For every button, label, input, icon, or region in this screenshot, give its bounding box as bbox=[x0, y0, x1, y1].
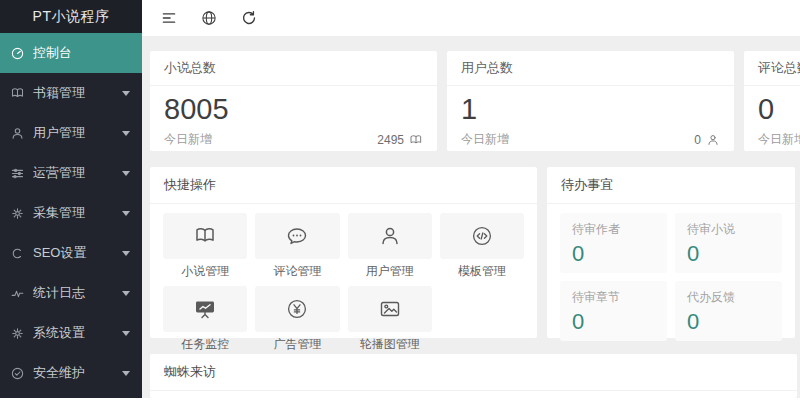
sidebar: PT小说程序 控制台 书籍管理 用户管理 运营管理 采集管理 SE bbox=[0, 0, 142, 398]
quick-actions-panel: 快捷操作 小说管理 评论管理 用户管理 bbox=[150, 167, 537, 338]
yen-circle-icon bbox=[285, 297, 309, 321]
chevron-down-icon bbox=[122, 251, 130, 256]
collapse-menu-icon[interactable] bbox=[160, 9, 178, 27]
quick-action-task-monitor[interactable]: 任务监控 bbox=[163, 286, 247, 351]
stat-footer-label: 今日新增 bbox=[758, 131, 800, 148]
sidebar-item-stats-log[interactable]: 统计日志 bbox=[0, 273, 142, 313]
sidebar-item-label: 控制台 bbox=[33, 44, 130, 62]
quick-action-label: 模板管理 bbox=[440, 264, 524, 278]
sidebar-item-label: 书籍管理 bbox=[33, 84, 118, 102]
book-icon bbox=[10, 86, 25, 101]
sidebar-item-seo[interactable]: SEO设置 bbox=[0, 233, 142, 273]
sidebar-item-label: 运营管理 bbox=[33, 164, 118, 182]
sidebar-item-dashboard[interactable]: 控制台 bbox=[0, 33, 142, 73]
stat-card-title: 评论总数 bbox=[744, 51, 800, 86]
stat-value: 0 bbox=[758, 91, 800, 127]
user-icon bbox=[10, 126, 25, 141]
todo-label: 待审章节 bbox=[572, 289, 655, 306]
todo-value: 0 bbox=[572, 309, 655, 335]
sidebar-item-system[interactable]: 系统设置 bbox=[0, 313, 142, 353]
todo-value: 0 bbox=[687, 309, 770, 335]
sidebar-item-label: 采集管理 bbox=[33, 204, 118, 222]
pulse-chart-icon bbox=[10, 286, 25, 301]
quick-action-label: 任务监控 bbox=[163, 337, 247, 351]
sidebar-item-label: 用户管理 bbox=[33, 124, 118, 142]
stat-footer-label: 今日新增 bbox=[461, 131, 509, 148]
gear-icon bbox=[10, 206, 25, 221]
chevron-down-icon bbox=[122, 91, 130, 96]
main-area: 小说总数 8005 今日新增 2495 用户总数 bbox=[142, 0, 800, 398]
sidebar-item-collection[interactable]: 采集管理 bbox=[0, 193, 142, 233]
c-circle-icon bbox=[10, 246, 25, 261]
code-circle-icon bbox=[470, 224, 494, 248]
sidebar-item-label: 系统设置 bbox=[33, 324, 118, 342]
stat-card-title: 小说总数 bbox=[150, 51, 437, 86]
monitor-icon bbox=[193, 297, 217, 321]
quick-action-label: 评论管理 bbox=[255, 264, 339, 278]
chevron-down-icon bbox=[122, 371, 130, 376]
quick-action-ads[interactable]: 广告管理 bbox=[255, 286, 339, 351]
sidebar-item-users[interactable]: 用户管理 bbox=[0, 113, 142, 153]
quick-action-label: 轮播图管理 bbox=[348, 337, 432, 351]
stat-value: 1 bbox=[461, 91, 720, 127]
book-icon bbox=[409, 133, 423, 147]
todo-tile-pending-feedback[interactable]: 代办反馈 0 bbox=[675, 281, 782, 341]
quick-action-carousel[interactable]: 轮播图管理 bbox=[348, 286, 432, 351]
quick-action-label: 广告管理 bbox=[255, 337, 339, 351]
user-icon bbox=[706, 133, 720, 147]
sidebar-item-operations[interactable]: 运营管理 bbox=[0, 153, 142, 193]
refresh-icon[interactable] bbox=[240, 9, 258, 27]
todo-value: 0 bbox=[572, 241, 655, 267]
stat-cards-row: 小说总数 8005 今日新增 2495 用户总数 bbox=[150, 51, 795, 151]
stat-footer-label: 今日新增 bbox=[164, 131, 212, 148]
quick-actions-title: 快捷操作 bbox=[150, 167, 537, 204]
sidebar-item-label: 统计日志 bbox=[33, 284, 118, 302]
sidebar-item-security[interactable]: 安全维护 bbox=[0, 353, 142, 393]
todo-tile-pending-chapters[interactable]: 待审章节 0 bbox=[560, 281, 667, 341]
chevron-down-icon bbox=[122, 331, 130, 336]
chevron-down-icon bbox=[122, 131, 130, 136]
quick-action-label: 小说管理 bbox=[163, 264, 247, 278]
quick-action-novels[interactable]: 小说管理 bbox=[163, 213, 247, 278]
user-icon bbox=[378, 224, 402, 248]
stat-card-title: 用户总数 bbox=[447, 51, 734, 86]
todo-label: 待审小说 bbox=[687, 221, 770, 238]
shield-check-icon bbox=[10, 366, 25, 381]
todo-label: 代办反馈 bbox=[687, 289, 770, 306]
dashboard-content: 小说总数 8005 今日新增 2495 用户总数 bbox=[142, 36, 800, 398]
todo-value: 0 bbox=[687, 241, 770, 267]
bottom-strip bbox=[0, 398, 800, 404]
stat-value: 8005 bbox=[164, 91, 423, 127]
gear-icon bbox=[10, 326, 25, 341]
spider-visits-panel: 蜘蛛来访 bbox=[150, 354, 797, 398]
todo-title: 待办事宜 bbox=[547, 167, 795, 204]
sidebar-item-label: SEO设置 bbox=[33, 244, 118, 262]
quick-action-templates[interactable]: 模板管理 bbox=[440, 213, 524, 278]
todo-panel: 待办事宜 待审作者 0 待审小说 0 待审章节 0 bbox=[547, 167, 795, 338]
app-title: PT小说程序 bbox=[0, 0, 142, 33]
sliders-icon bbox=[10, 166, 25, 181]
stat-card-novels: 小说总数 8005 今日新增 2495 bbox=[150, 51, 437, 151]
quick-action-label: 用户管理 bbox=[348, 264, 432, 278]
stat-card-comments: 评论总数 0 今日新增 bbox=[744, 51, 800, 151]
sidebar-item-label: 安全维护 bbox=[33, 364, 118, 382]
app-window: PT小说程序 控制台 书籍管理 用户管理 运营管理 采集管理 SE bbox=[0, 0, 800, 398]
quick-actions-grid: 小说管理 评论管理 用户管理 模板管理 bbox=[150, 204, 537, 360]
chevron-down-icon bbox=[122, 291, 130, 296]
quick-action-users[interactable]: 用户管理 bbox=[348, 213, 432, 278]
comment-icon bbox=[285, 224, 309, 248]
stat-card-users: 用户总数 1 今日新增 0 bbox=[447, 51, 734, 151]
todo-tile-pending-novels[interactable]: 待审小说 0 bbox=[675, 213, 782, 273]
carousel-image-icon bbox=[378, 297, 402, 321]
todo-tile-pending-authors[interactable]: 待审作者 0 bbox=[560, 213, 667, 273]
stat-footer-value: 0 bbox=[694, 133, 701, 147]
globe-icon[interactable] bbox=[200, 9, 218, 27]
quick-action-comments[interactable]: 评论管理 bbox=[255, 213, 339, 278]
sidebar-item-books[interactable]: 书籍管理 bbox=[0, 73, 142, 113]
gauge-icon bbox=[10, 46, 25, 61]
topbar bbox=[142, 0, 800, 36]
book-icon bbox=[193, 224, 217, 248]
chevron-down-icon bbox=[122, 171, 130, 176]
todo-grid: 待审作者 0 待审小说 0 待审章节 0 代办反馈 bbox=[547, 204, 795, 350]
stat-footer-value: 2495 bbox=[377, 133, 404, 147]
